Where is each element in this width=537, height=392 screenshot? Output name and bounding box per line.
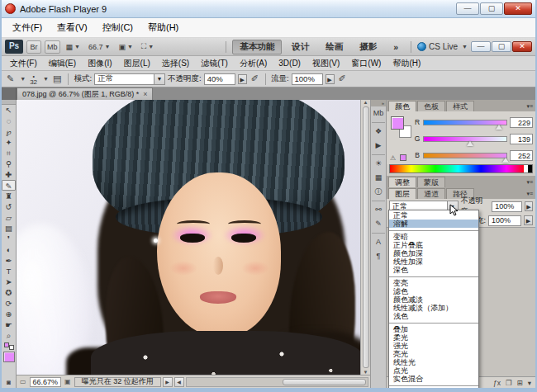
photo-078[interactable] — [17, 100, 360, 375]
shape-tool[interactable]: ✪ — [2, 287, 16, 298]
window-maximize-button[interactable]: ▢ — [480, 2, 503, 15]
eraser-tool[interactable]: ▱ — [2, 212, 16, 223]
menu-3d[interactable]: 3D(D) — [273, 59, 307, 68]
menu-image[interactable]: 图像(I) — [82, 58, 117, 69]
fill-input[interactable]: 100% — [488, 215, 521, 226]
brush-preset-icon[interactable]: ✎ — [5, 73, 16, 84]
blue-value-input[interactable]: 252 — [510, 150, 533, 161]
flash-menu-view[interactable]: 查看(V) — [50, 21, 95, 34]
blend-option-soft-light[interactable]: 柔光 — [389, 333, 478, 342]
blend-option-difference[interactable]: 差值 — [389, 385, 478, 388]
new-layer-icon[interactable]: ⊞ — [517, 379, 523, 387]
lasso-tool[interactable]: ℘ — [2, 126, 16, 137]
blend-option-darken[interactable]: 变暗 — [389, 230, 478, 241]
blue-slider[interactable] — [423, 153, 507, 158]
panel-menu-icon[interactable]: ▾≡ — [526, 179, 535, 187]
cs-live-button[interactable]: CS Live ▼ — [417, 42, 468, 51]
tab-swatches[interactable]: 色板 — [417, 101, 445, 111]
blend-option-lighter-color[interactable]: 浅色 — [389, 312, 478, 320]
menu-layer[interactable]: 图层(L) — [118, 58, 156, 69]
healing-brush-tool[interactable]: ✚ — [2, 169, 16, 180]
gamut-warning-icon[interactable]: ⚠ — [390, 154, 396, 162]
path-select-tool[interactable]: ➤ — [2, 276, 16, 287]
blend-option-color-burn[interactable]: 颜色加深 — [389, 249, 478, 257]
menu-edit[interactable]: 编辑(E) — [43, 58, 82, 69]
window-close-button[interactable]: ✕ — [504, 2, 532, 15]
tab-styles[interactable]: 样式 — [446, 101, 474, 111]
zoom-tool[interactable]: ⌕ — [2, 330, 16, 341]
clone-source-panel-icon[interactable]: ⚯ — [371, 203, 386, 217]
crop-tool[interactable]: ⌗ — [2, 148, 16, 158]
scroll-left-icon[interactable]: ◀ — [174, 377, 184, 387]
blend-option-linear-light[interactable]: 线性光 — [389, 358, 478, 366]
blend-option-darker-color[interactable]: 深色 — [389, 266, 478, 274]
zoom-level-control[interactable]: 66.7▼ — [86, 40, 112, 54]
clone-stamp-tool[interactable]: ♜ — [2, 191, 16, 201]
scroll-down-icon[interactable]: ▼ — [364, 370, 368, 375]
fill-spinner[interactable]: ▶ — [524, 215, 533, 225]
tab-channels[interactable]: 通道 — [417, 188, 445, 199]
quick-select-tool[interactable]: ✦ — [2, 137, 16, 148]
delete-layer-icon[interactable]: ▾ — [528, 379, 531, 387]
history-brush-tool[interactable]: ↺ — [2, 201, 16, 212]
marquee-tool[interactable]: ◌ — [2, 116, 16, 126]
green-value-input[interactable]: 139 — [510, 134, 533, 144]
app-close-button[interactable]: ✕ — [512, 41, 532, 52]
notes-panel-icon[interactable]: ✎ — [371, 217, 386, 231]
mode-select[interactable]: 正常 ▼ — [94, 73, 165, 85]
default-colors-icon[interactable] — [4, 342, 14, 350]
type-tool[interactable]: T — [2, 266, 16, 276]
move-tool[interactable]: ↖ — [2, 105, 16, 116]
blend-option-multiply[interactable]: 正片叠底 — [389, 241, 478, 249]
app-restore-button[interactable]: ▢ — [492, 41, 511, 52]
tab-masks[interactable]: 蒙版 — [417, 177, 445, 187]
blend-option-lighten[interactable]: 变亮 — [389, 276, 478, 287]
quick-mask-icon[interactable]: ◙ — [7, 379, 11, 386]
blend-option-linear-dodge[interactable]: 线性减淡（添加） — [389, 304, 478, 312]
workspace-photography-button[interactable]: 摄影 — [353, 40, 383, 54]
workspace-painting-button[interactable]: 绘画 — [319, 40, 349, 54]
blend-option-pin-light[interactable]: 点光 — [389, 366, 478, 375]
dodge-tool[interactable]: ◐ — [2, 244, 16, 255]
web-safe-swatch[interactable] — [400, 154, 406, 161]
info-panel-icon[interactable]: ⓘ — [371, 185, 386, 199]
horizontal-scrollbar[interactable] — [186, 377, 368, 387]
opacity-input[interactable]: 40% — [204, 73, 235, 85]
menu-select[interactable]: 选择(S) — [156, 58, 195, 69]
app-minimize-button[interactable]: — — [471, 41, 491, 52]
horizontal-scroll-thumb[interactable] — [283, 379, 366, 385]
toggle-brush-panel-icon[interactable]: ▤ — [51, 73, 63, 84]
document-tab[interactable]: 078.jpg @ 66.7% (图层 1, RGB/8) * × — [17, 87, 153, 100]
menu-window[interactable]: 窗口(W) — [345, 58, 387, 69]
blend-option-dissolve[interactable]: 溶解 — [389, 220, 478, 228]
mini-bridge-panel-icon[interactable]: Mb — [371, 106, 386, 120]
pen-tool[interactable]: ✒ — [2, 255, 16, 266]
brush-tool[interactable]: ✎ — [2, 180, 16, 191]
tab-layers[interactable]: 图层 — [388, 188, 416, 199]
flow-input[interactable]: 100% — [292, 73, 323, 85]
blend-option-linear-burn[interactable]: 线性加深 — [389, 257, 478, 266]
menu-help[interactable]: 帮助(H) — [387, 58, 426, 69]
screen-mode-icon[interactable]: ⛶▼ — [139, 40, 156, 54]
bridge-icon[interactable]: Br — [26, 40, 41, 54]
close-tab-icon[interactable]: × — [143, 90, 147, 98]
workspace-overflow-button[interactable]: » — [387, 41, 405, 53]
character-panel-icon[interactable]: A — [371, 235, 386, 249]
adjustments-panel-icon[interactable]: ☀ — [371, 157, 386, 171]
blend-option-screen[interactable]: 滤色 — [389, 287, 478, 295]
panel-menu-icon[interactable]: ▾≡ — [526, 103, 535, 111]
red-value-input[interactable]: 229 — [510, 117, 533, 128]
menu-analysis[interactable]: 分析(A) — [234, 58, 273, 69]
brush-size-picker[interactable]: •32 — [28, 73, 39, 85]
layer-opacity-spinner[interactable]: ▶ — [525, 201, 533, 211]
blend-option-hard-light[interactable]: 强光 — [389, 342, 478, 350]
dock-collapse-handle[interactable]: » — [371, 100, 386, 106]
actions-panel-icon[interactable]: ▶ — [371, 139, 386, 153]
arrange-documents-icon[interactable]: ▣▼ — [116, 40, 135, 54]
blend-option-overlay[interactable]: 叠加 — [389, 323, 478, 333]
panel-menu-icon[interactable]: ▾≡ — [526, 191, 535, 199]
tool-presets-panel-icon[interactable]: ❖ — [371, 125, 386, 139]
foreground-color-swatch[interactable] — [391, 116, 404, 130]
blend-option-hard-mix[interactable]: 实色混合 — [389, 375, 478, 383]
color-spectrum-ramp[interactable] — [389, 164, 533, 173]
